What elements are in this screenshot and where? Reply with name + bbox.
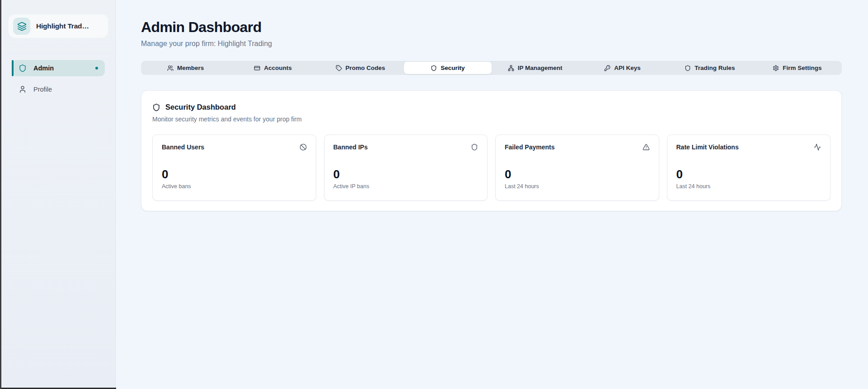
tab-firm-settings[interactable]: Firm Settings bbox=[754, 62, 841, 74]
credit-card-icon bbox=[254, 65, 260, 71]
window-edge-left bbox=[0, 0, 1, 389]
sidebar-item-label: Profile bbox=[33, 86, 52, 93]
card-value: 0 bbox=[333, 168, 479, 180]
tab-trading-rules[interactable]: Trading Rules bbox=[666, 62, 753, 74]
users-icon bbox=[167, 65, 174, 71]
card-value: 0 bbox=[676, 168, 821, 180]
ban-icon bbox=[300, 144, 307, 151]
brand-card[interactable]: Highlight Trading bbox=[9, 14, 108, 38]
sidebar: Highlight Trading Admin Profile bbox=[1, 0, 116, 388]
tab-label: Firm Settings bbox=[783, 65, 821, 71]
tab-label: Accounts bbox=[264, 65, 292, 71]
tab-api-keys[interactable]: API Keys bbox=[579, 62, 666, 74]
shield-icon bbox=[431, 65, 437, 71]
tab-label: Members bbox=[177, 65, 204, 71]
stat-cards: Banned Users 0 Active bans Banned IPs 0 … bbox=[152, 134, 830, 201]
stat-card-failed-payments: Failed Payments 0 Last 24 hours bbox=[495, 134, 659, 201]
tab-label: Trading Rules bbox=[694, 65, 735, 71]
security-dashboard-panel: Security Dashboard Monitor security metr… bbox=[141, 90, 842, 211]
layers-icon bbox=[13, 18, 30, 35]
tab-ip-management[interactable]: IP Management bbox=[492, 62, 579, 74]
tab-label: API Keys bbox=[614, 65, 641, 71]
panel-title: Security Dashboard bbox=[165, 103, 236, 111]
panel-header: Security Dashboard bbox=[152, 103, 830, 111]
card-value: 0 bbox=[162, 168, 307, 180]
card-caption: Last 24 hours bbox=[505, 183, 650, 190]
sidebar-item-label: Admin bbox=[33, 65, 54, 72]
shield-icon bbox=[471, 144, 478, 151]
page-title: Admin Dashboard bbox=[141, 19, 842, 36]
alert-triangle-icon bbox=[643, 144, 650, 151]
sidebar-nav: Admin Profile bbox=[8, 60, 109, 97]
tab-label: Security bbox=[441, 65, 464, 71]
stat-card-banned-ips: Banned IPs 0 Active IP bans bbox=[324, 134, 488, 201]
card-title: Rate Limit Violations bbox=[676, 144, 739, 151]
tab-security[interactable]: Security bbox=[404, 62, 491, 74]
card-caption: Last 24 hours bbox=[676, 183, 821, 190]
activity-icon bbox=[814, 144, 821, 151]
card-caption: Active IP bans bbox=[333, 183, 479, 190]
tab-promo-codes[interactable]: Promo Codes bbox=[317, 62, 404, 74]
card-title: Banned Users bbox=[162, 144, 204, 151]
tab-accounts[interactable]: Accounts bbox=[229, 62, 316, 74]
main-content: Admin Dashboard Manage your prop firm: H… bbox=[116, 0, 868, 389]
sidebar-item-profile[interactable]: Profile bbox=[12, 81, 105, 97]
panel-subtitle: Monitor security metrics and events for … bbox=[152, 116, 830, 123]
sidebar-item-admin[interactable]: Admin bbox=[12, 60, 105, 76]
active-dot bbox=[95, 67, 98, 69]
stat-card-banned-users: Banned Users 0 Active bans bbox=[152, 134, 316, 201]
user-icon bbox=[19, 85, 27, 93]
shield-icon bbox=[19, 64, 27, 72]
shield-icon bbox=[152, 103, 160, 111]
app-name: Highlight Trading bbox=[36, 22, 89, 30]
stat-card-rate-limit-violations: Rate Limit Violations 0 Last 24 hours bbox=[667, 134, 831, 201]
page-subtitle: Manage your prop firm: Highlight Trading bbox=[141, 40, 842, 48]
tag-icon bbox=[336, 65, 342, 71]
card-title: Banned IPs bbox=[333, 144, 368, 151]
tab-label: IP Management bbox=[518, 65, 563, 71]
admin-tabbar: Members Accounts Promo Codes Security IP… bbox=[141, 61, 842, 75]
shield-icon bbox=[685, 65, 691, 71]
tab-members[interactable]: Members bbox=[142, 62, 229, 74]
network-icon bbox=[508, 65, 514, 71]
gear-icon bbox=[773, 65, 779, 71]
key-icon bbox=[604, 65, 610, 71]
tab-label: Promo Codes bbox=[346, 65, 385, 71]
card-value: 0 bbox=[505, 168, 650, 180]
card-caption: Active bans bbox=[162, 183, 307, 190]
card-title: Failed Payments bbox=[505, 144, 555, 151]
